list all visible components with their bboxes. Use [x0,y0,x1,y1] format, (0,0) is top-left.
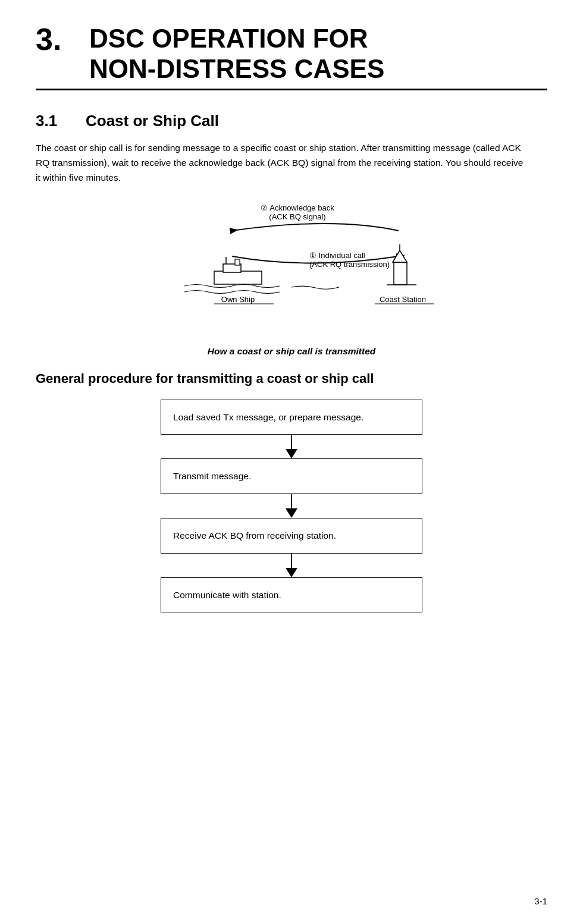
flow-box-4: Communicate with station. [161,577,422,613]
chapter-number: 3. [36,24,71,55]
section-title: Coast or Ship Call [86,112,219,130]
svg-rect-8 [394,262,407,285]
flow-box-2: Transmit message. [161,458,422,494]
flow-box-1: Load saved Tx message, or prepare messag… [161,400,422,435]
svg-rect-4 [214,271,262,284]
diagram-container: ② Acknowledge back (ACK BQ signal) ① Ind… [36,200,547,337]
svg-text:(ACK RQ transmission): (ACK RQ transmission) [309,260,390,269]
flow-box-3: Receive ACK BQ from receiving station. [161,518,422,554]
flowchart: Load saved Tx message, or prepare messag… [36,400,547,613]
flow-arrow-3 [286,554,297,577]
svg-text:① Individual call: ① Individual call [309,251,365,260]
svg-text:Own Ship: Own Ship [221,295,255,304]
svg-rect-6 [235,259,240,265]
section-header: 3.1 Coast or Ship Call [36,112,547,130]
page-number: 3-1 [534,896,547,906]
svg-text:② Acknowledge back: ② Acknowledge back [261,203,334,212]
flow-arrow-2 [286,494,297,518]
section-number: 3.1 [36,112,71,130]
flowchart-section-title: General procedure for transmitting a coa… [36,371,547,386]
svg-marker-9 [393,250,407,262]
flow-arrow-1 [286,435,297,458]
svg-text:Coast Station: Coast Station [380,295,426,304]
flowchart-caption: How a coast or ship call is transmitted [36,346,547,357]
body-text: The coast or ship call is for sending me… [36,141,524,185]
chapter-header: 3. DSC OPERATION FOR NON-DISTRESS CASES [36,24,547,90]
chapter-title: DSC OPERATION FOR NON-DISTRESS CASES [89,24,384,84]
page: 3. DSC OPERATION FOR NON-DISTRESS CASES … [0,0,583,648]
svg-text:(ACK BQ signal): (ACK BQ signal) [269,212,325,221]
coast-ship-diagram: ② Acknowledge back (ACK BQ signal) ① Ind… [125,200,458,337]
